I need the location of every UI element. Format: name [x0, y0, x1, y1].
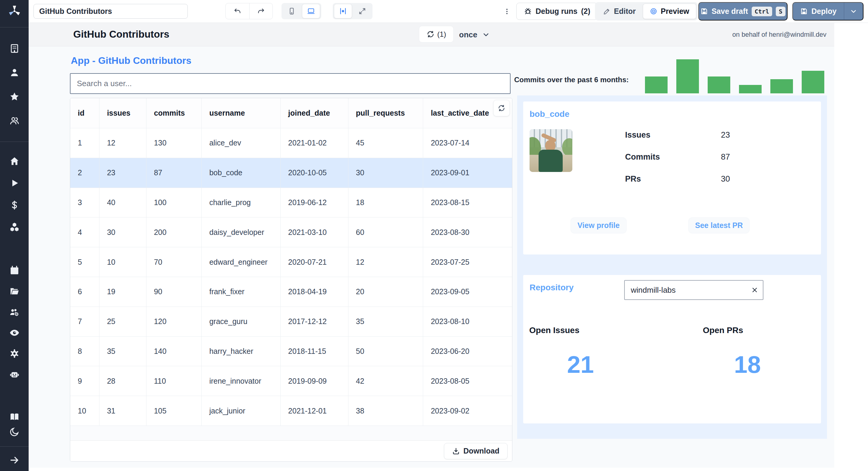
contributor-username: bob_code — [530, 109, 569, 119]
refresh-app-button[interactable]: (1) — [419, 26, 454, 42]
table-cell: harry_hacker — [202, 337, 281, 366]
building-icon[interactable] — [9, 43, 20, 54]
eye-icon[interactable] — [9, 328, 20, 338]
folder-icon[interactable] — [9, 286, 20, 296]
chart-bar — [645, 76, 668, 93]
contributor-card: bob_code Issues 23 Commits 87 PRs 30 — [523, 101, 821, 255]
undo-button[interactable] — [226, 3, 249, 19]
table-row[interactable]: 5 10 70 edward_engineer 2020-07-21 12 20… — [70, 247, 512, 277]
table-cell: 2023-08-30 — [423, 217, 512, 247]
align-center-icon[interactable] — [334, 4, 352, 19]
table-cell: bob_code — [202, 158, 281, 188]
table-refresh-button[interactable] — [493, 100, 510, 116]
table-row[interactable]: 6 19 90 frank_fixer 2018-04-19 20 2023-0… — [70, 277, 512, 307]
table-cell: alice_dev — [202, 128, 281, 158]
on-behalf-text: on behalf of henri@windmill.dev — [733, 23, 827, 46]
users-icon[interactable] — [9, 115, 20, 126]
table-cell: 2023-09-01 — [423, 158, 512, 188]
commits-bar-chart — [645, 59, 824, 93]
schedule-dropdown[interactable]: once — [459, 23, 490, 46]
table-cell: 28 — [99, 366, 147, 396]
repository-input-wrap — [624, 280, 764, 300]
table-cell: 9 — [70, 366, 99, 396]
table-cell: grace_guru — [202, 307, 281, 336]
table-empty-strip — [70, 426, 512, 441]
cubes-icon[interactable] — [9, 222, 20, 232]
table-cell: 10 — [70, 396, 99, 426]
home-icon[interactable] — [9, 156, 20, 166]
sidebar-group-tools — [0, 265, 29, 379]
repository-input[interactable] — [625, 281, 747, 299]
table-header-cell: username — [202, 98, 281, 128]
table-cell: 8 — [70, 337, 99, 366]
table-cell: 130 — [147, 128, 202, 158]
table-cell: 3 — [70, 188, 99, 217]
debug-runs-count: (2) — [581, 7, 590, 16]
table-cell: 6 — [70, 277, 99, 307]
windmill-logo-icon[interactable] — [7, 4, 22, 18]
debug-runs-button[interactable]: Debug runs (2) — [516, 3, 598, 20]
tab-editor[interactable]: Editor — [596, 4, 642, 19]
download-button[interactable]: Download — [444, 443, 507, 459]
star-icon[interactable] — [9, 92, 20, 102]
table-row[interactable]: 8 35 140 harry_hacker 2018-11-15 50 2023… — [70, 337, 512, 367]
deploy-button[interactable]: Deploy — [792, 2, 864, 21]
save-draft-button[interactable]: Save draft CtrlS — [698, 2, 787, 21]
more-menu-button[interactable] — [500, 5, 514, 18]
table-row[interactable]: 10 31 105 jack_junior 2021-12-01 38 2023… — [70, 396, 512, 426]
stat-label: PRs — [625, 174, 721, 184]
monitor-icon[interactable] — [302, 4, 320, 19]
table-row[interactable]: 1 12 130 alice_dev 2021-01-02 45 2023-07… — [70, 128, 512, 158]
chevron-down-icon — [850, 8, 857, 15]
stat-label: Commits — [625, 153, 721, 162]
table-cell: 2023-09-02 — [423, 396, 512, 426]
table-cell: daisy_developer — [202, 217, 281, 247]
see-latest-pr-button[interactable]: See latest PR — [688, 217, 749, 233]
book-icon[interactable] — [9, 412, 20, 422]
users-cog-icon[interactable] — [9, 307, 20, 317]
contributors-table: idissuescommitsusernamejoined_datepull_r… — [70, 98, 513, 462]
user-icon[interactable] — [9, 67, 20, 78]
table-cell: jack_junior — [202, 396, 281, 426]
table-cell: 2019-09-09 — [281, 366, 348, 396]
table-row[interactable]: 3 40 100 charlie_prog 2019-06-12 18 2023… — [70, 188, 512, 218]
gear-icon[interactable] — [9, 348, 20, 359]
chevron-down-icon — [482, 31, 490, 38]
schedule-label: once — [459, 30, 477, 39]
dollar-icon[interactable] — [9, 200, 20, 210]
refresh-icon — [427, 30, 435, 38]
table-row[interactable]: 7 25 120 grace_guru 2017-12-12 35 2023-0… — [70, 307, 512, 337]
table-cell: 100 — [147, 188, 202, 217]
view-profile-button[interactable]: View profile — [570, 217, 627, 233]
table-cell: 5 — [70, 247, 99, 277]
play-icon[interactable] — [9, 178, 20, 188]
robot-icon[interactable] — [9, 369, 20, 379]
undo-redo-group — [225, 3, 273, 19]
table-cell: 45 — [348, 128, 424, 158]
save-draft-label: Save draft — [712, 7, 748, 16]
clear-repository-button[interactable] — [747, 281, 763, 299]
app-header-band: GitHub Contributors (1) once on behalf o… — [29, 23, 834, 46]
sidebar-group-main — [0, 156, 29, 232]
table-row[interactable]: 2 23 87 bob_code 2020-10-05 30 2023-09-0… — [70, 158, 512, 188]
app-title-input[interactable] — [33, 4, 188, 19]
stat-row: Commits 87 — [625, 153, 730, 161]
table-row[interactable]: 9 28 110 irene_innovator 2019-09-09 42 2… — [70, 366, 512, 396]
redo-button[interactable] — [249, 3, 273, 19]
moon-icon[interactable] — [9, 427, 20, 437]
tab-preview[interactable]: Preview — [643, 4, 696, 19]
phone-icon[interactable] — [283, 4, 301, 19]
contributor-stats: Issues 23 Commits 87 PRs 30 — [625, 130, 730, 183]
expand-icon[interactable] — [353, 4, 371, 19]
table-row[interactable]: 4 30 200 daisy_developer 2021-03-10 60 2… — [70, 217, 512, 247]
stat-row: PRs 30 — [625, 174, 730, 183]
calendar-icon[interactable] — [9, 265, 20, 275]
table-footer: Download — [70, 440, 512, 461]
arrow-right-icon[interactable] — [9, 455, 20, 465]
table-cell: 2018-11-15 — [281, 337, 348, 366]
table-cell: 12 — [348, 247, 424, 277]
search-input[interactable] — [70, 73, 510, 94]
deploy-dropdown-button[interactable] — [844, 8, 863, 15]
table-cell: 2021-03-10 — [281, 217, 348, 247]
page-title: GitHub Contributors — [73, 29, 169, 40]
